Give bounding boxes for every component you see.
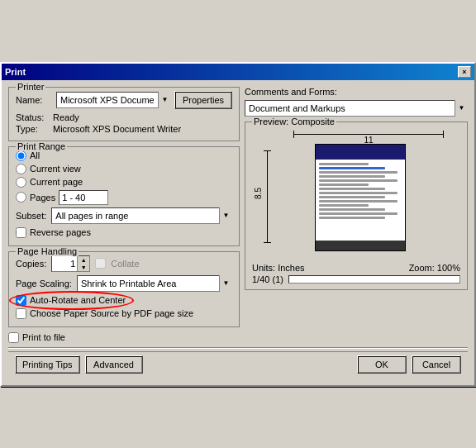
page-thumbnail <box>315 144 406 251</box>
comments-row: Comments and Forms: <box>245 87 468 97</box>
collate-checkbox <box>95 258 106 269</box>
printing-tips-button[interactable]: Printing Tips <box>15 355 80 374</box>
subset-label: Subset: <box>16 211 46 221</box>
ok-button[interactable]: OK <box>357 355 407 374</box>
reverse-pages-checkbox[interactable] <box>16 227 26 238</box>
divider <box>8 347 468 348</box>
units-label: Units: Inches <box>252 263 305 273</box>
type-value: Microsoft XPS Document Writer <box>53 124 181 134</box>
status-label: Status: <box>16 112 53 122</box>
v-dimension-line <box>267 150 268 243</box>
printer-name-row: Name: Microsoft XPS Document Writer ▼ Pr… <box>16 91 232 109</box>
reverse-pages-label: Reverse pages <box>30 227 91 237</box>
radio-current-page-label: Current page <box>30 177 83 187</box>
right-panel: Comments and Forms: Document and Markups… <box>245 87 468 346</box>
comments-select-row: Document and Markups ▼ <box>245 100 468 117</box>
choose-paper-checkbox[interactable] <box>16 308 26 319</box>
copies-row: Copies: ▲ ▼ Collate <box>16 255 232 272</box>
copies-label: Copies: <box>16 259 46 269</box>
title-bar-buttons: × <box>458 66 471 78</box>
zoom-label: Zoom: 100% <box>409 263 460 273</box>
print-to-file-row: Print to file <box>8 332 240 343</box>
close-button[interactable]: × <box>458 66 471 78</box>
content-line <box>319 192 397 194</box>
preview-meta: Units: Inches Zoom: 100% 1/40 (1) <box>252 263 460 284</box>
page-footer <box>316 241 405 250</box>
radio-current-view-row: Current view <box>16 164 232 174</box>
content-line <box>319 171 397 174</box>
radio-pages-label: Pages <box>30 193 55 203</box>
print-to-file-checkbox[interactable] <box>8 332 19 343</box>
bottom-right: OK Cancel <box>357 355 461 374</box>
page-content <box>316 160 405 224</box>
choose-paper-label: Choose Paper Source by PDF page size <box>30 308 193 318</box>
type-label: Type: <box>16 124 53 134</box>
auto-rotate-label: Auto-Rotate and Center <box>30 295 126 305</box>
radio-all-label: All <box>30 150 40 160</box>
printer-group: Printer Name: Microsoft XPS Document Wri… <box>8 87 240 141</box>
dialog-body: Printer Name: Microsoft XPS Document Wri… <box>2 80 474 385</box>
printer-status-row: Status: Ready <box>16 112 232 122</box>
meta-row-1: Units: Inches Zoom: 100% <box>252 263 460 273</box>
choose-paper-row: Choose Paper Source by PDF page size <box>16 308 232 319</box>
print-range-label: Print Range <box>16 141 67 151</box>
name-label: Name: <box>16 95 53 105</box>
collate-label: Collate <box>111 259 139 269</box>
radio-pages-row: Pages <box>16 190 232 205</box>
comments-select[interactable]: Document and Markups <box>245 100 468 117</box>
page-handling-group: Page Handling Copies: ▲ ▼ Collate <box>8 251 240 327</box>
subset-select[interactable]: All pages in range <box>51 207 232 224</box>
main-content: Printer Name: Microsoft XPS Document Wri… <box>8 87 468 346</box>
spin-down-button[interactable]: ▼ <box>78 264 89 271</box>
radio-current-page[interactable] <box>16 177 26 188</box>
subset-row: Subset: All pages in range ▼ <box>16 207 232 224</box>
title-bar: Print × <box>2 64 474 80</box>
radio-all[interactable] <box>16 150 26 161</box>
v-dimension-label: 8.5 <box>254 188 263 199</box>
page-label: 1/40 (1) <box>252 274 283 284</box>
content-line <box>319 183 369 186</box>
pages-input[interactable] <box>59 190 108 205</box>
print-range-group: Print Range All Current view Current pag… <box>8 146 240 246</box>
page-progress-row: 1/40 (1) <box>252 274 460 284</box>
page-scaling-select-wrapper: Shrink to Printable Area ▼ <box>77 275 232 292</box>
copies-input[interactable] <box>52 256 77 271</box>
h-dimension-line: 11 <box>293 134 444 135</box>
cancel-button[interactable]: Cancel <box>412 355 461 374</box>
preview-area: 11 8.5 <box>252 127 460 260</box>
radio-current-view-label: Current view <box>30 164 81 174</box>
comments-label: Comments and Forms: <box>245 87 337 97</box>
spin-up-button[interactable]: ▲ <box>78 256 89 264</box>
bottom-left: Printing Tips Advanced <box>15 355 143 374</box>
advanced-button[interactable]: Advanced <box>85 355 143 374</box>
preview-group: Preview: Composite 11 8.5 <box>245 122 468 290</box>
radio-pages[interactable] <box>16 192 26 203</box>
print-to-file-label: Print to file <box>22 332 65 342</box>
page-scaling-label: Page Scaling: <box>16 279 72 288</box>
radio-all-row: All <box>16 150 232 161</box>
status-value: Ready <box>53 112 79 122</box>
copies-spinner: ▲ ▼ <box>51 255 90 272</box>
comments-select-wrapper: Document and Markups ▼ <box>245 100 468 117</box>
content-line <box>319 179 397 182</box>
radio-current-page-row: Current page <box>16 177 232 188</box>
preview-title: Preview: Composite <box>252 117 336 126</box>
auto-rotate-checkbox[interactable] <box>16 295 26 306</box>
auto-rotate-row: Auto-Rotate and Center <box>16 295 232 306</box>
content-line <box>319 163 369 165</box>
radio-current-view[interactable] <box>16 164 26 174</box>
printer-name-select[interactable]: Microsoft XPS Document Writer <box>56 92 171 108</box>
content-line <box>319 208 385 211</box>
content-line <box>319 167 385 169</box>
content-line <box>319 212 397 215</box>
printer-type-row: Type: Microsoft XPS Document Writer <box>16 124 232 134</box>
dialog-title: Print <box>5 67 26 77</box>
page-scaling-select[interactable]: Shrink to Printable Area <box>77 275 232 292</box>
content-line <box>319 204 369 207</box>
left-panel: Printer Name: Microsoft XPS Document Wri… <box>8 87 240 346</box>
content-line <box>319 200 397 203</box>
subset-select-wrapper: All pages in range ▼ <box>51 207 232 224</box>
print-dialog: Print × Printer Name: Microsoft XPS Docu… <box>0 62 476 387</box>
properties-button[interactable]: Properties <box>174 91 232 109</box>
spin-buttons: ▲ ▼ <box>77 256 89 271</box>
